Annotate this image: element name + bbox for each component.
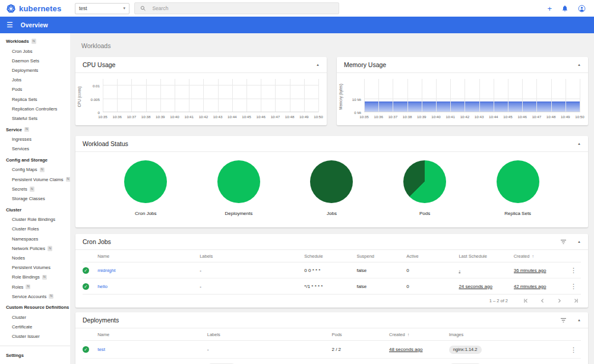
sidebar-item-config-maps[interactable]: Config MapsN xyxy=(0,165,70,175)
row-menu-button[interactable]: ⋮ xyxy=(566,267,581,273)
gridline xyxy=(232,79,233,112)
collapse-button[interactable]: ▲ xyxy=(577,63,581,67)
filter-button[interactable] xyxy=(560,318,567,323)
notifications-button[interactable] xyxy=(561,5,568,12)
sidebar-item-deployments[interactable]: Deployments xyxy=(0,65,70,75)
gridline xyxy=(103,112,318,112)
gridline xyxy=(247,79,247,112)
page-title: Workloads xyxy=(81,42,588,49)
sidebar-section-config-and-storage[interactable]: Config and Storage xyxy=(0,155,70,165)
sidebar-item-cluster[interactable]: Cluster xyxy=(0,312,70,322)
sidebar-item-nodes[interactable]: Nodes xyxy=(0,253,70,262)
chevron-right-icon xyxy=(557,298,562,303)
sidebar-item-services[interactable]: Services xyxy=(0,144,70,154)
x-tick-label: 10:43 xyxy=(213,115,222,119)
sidebar-section-service[interactable]: ServiceN xyxy=(0,125,70,135)
gridline xyxy=(422,79,422,112)
column-header-pods[interactable]: Pods xyxy=(331,328,388,341)
cell-images: nginx:1.14.2 xyxy=(449,359,566,364)
column-header-created[interactable]: Created↑ xyxy=(389,328,449,341)
pie-chart-pods: Pods xyxy=(403,160,446,216)
create-button[interactable]: + xyxy=(547,5,552,12)
next-page-button[interactable] xyxy=(557,298,562,303)
sidebar-item-settings[interactable]: Settings xyxy=(0,350,70,360)
cell-name: midnight xyxy=(97,262,200,278)
search-input[interactable] xyxy=(151,5,333,12)
cell-labels: - xyxy=(200,278,304,295)
cell-last-schedule: - xyxy=(459,262,513,278)
sidebar-item-role-bindings[interactable]: Role BindingsN xyxy=(0,273,70,282)
sidebar-item-persistent-volumes[interactable]: Persistent Volumes xyxy=(0,263,70,273)
collapse-button[interactable]: ▲ xyxy=(577,240,581,243)
sidebar-item-daemon-sets[interactable]: Daemon Sets xyxy=(0,56,70,65)
gridline xyxy=(146,79,147,112)
sidebar-item-label: Jobs xyxy=(12,77,21,83)
resource-link[interactable]: midnight xyxy=(97,268,115,273)
sidebar-item-cluster-roles[interactable]: Cluster Roles xyxy=(0,224,70,234)
prev-page-button[interactable] xyxy=(540,298,545,303)
sidebar-item-network-policies[interactable]: Network PoliciesN xyxy=(0,243,70,253)
sidebar-item-cluster-issuer[interactable]: Cluster Issuer xyxy=(0,332,70,341)
sidebar-item-cluster-role-bindings[interactable]: Cluster Role Bindings xyxy=(0,215,70,224)
last-page-button[interactable] xyxy=(573,298,579,303)
sidebar-item-about[interactable]: About xyxy=(0,362,70,364)
x-tick-label: 10:40 xyxy=(431,115,440,119)
collapse-button[interactable]: ▲ xyxy=(577,142,581,145)
first-page-button[interactable] xyxy=(523,298,529,303)
sidebar-item-replica-sets[interactable]: Replica Sets xyxy=(0,94,70,104)
column-header-labels[interactable]: Labels xyxy=(207,328,332,341)
namespaced-badge: N xyxy=(48,246,52,251)
sidebar-item-stateful-sets[interactable]: Stateful Sets xyxy=(0,113,70,123)
resource-link[interactable]: test xyxy=(97,347,105,352)
filter-button[interactable] xyxy=(560,239,567,245)
cell-suspend: false xyxy=(356,262,406,278)
main-content: Workloads CPU Usage ▲ CPU (cores) 10:351… xyxy=(70,33,594,364)
sidebar-item-label: Namespaces xyxy=(12,236,38,242)
sidebar-item-persistent-volume-claims[interactable]: Persistent Volume ClaimsN xyxy=(0,175,70,184)
sidebar-section-custom-resource-definitions[interactable]: Custom Resource Definitions xyxy=(0,302,70,312)
namespaced-badge: N xyxy=(26,284,30,290)
sidebar-item-label: Ingresses xyxy=(12,137,31,142)
sidebar-item-service-accounts[interactable]: Service AccountsN xyxy=(0,292,70,301)
kubernetes-logo[interactable]: kubernetes xyxy=(6,4,71,14)
sidebar-item-pods[interactable]: Pods xyxy=(0,85,70,94)
sidebar-section-cluster[interactable]: Cluster xyxy=(0,205,70,215)
sidebar-section-workloads[interactable]: WorkloadsN xyxy=(0,36,70,46)
sidebar-item-ingresses[interactable]: Ingresses xyxy=(0,135,70,144)
sidebar-item-storage-classes[interactable]: Storage Classes xyxy=(0,194,70,203)
row-menu-button[interactable]: ⋮ xyxy=(566,283,581,289)
sidebar-item-certificate[interactable]: Certificate xyxy=(0,322,70,332)
sidebar-item-replication-controllers[interactable]: Replication Controllers xyxy=(0,104,70,113)
resource-link[interactable]: hello xyxy=(97,284,108,289)
collapse-button[interactable]: ▲ xyxy=(316,63,320,67)
memory-usage-chart: Memory (bytes) 10:3510:3610:3710:3810:39… xyxy=(337,73,588,125)
sidebar-item-secrets[interactable]: SecretsN xyxy=(0,184,70,194)
column-header-active[interactable]: Active xyxy=(406,250,459,262)
gridline xyxy=(580,79,580,112)
collapse-button[interactable]: ▲ xyxy=(577,318,581,322)
column-header-schedule[interactable]: Schedule xyxy=(304,250,356,262)
chevron-left-icon xyxy=(540,298,545,303)
sidebar-item-namespaces[interactable]: Namespaces xyxy=(0,234,70,243)
cell-schedule: 0 0 * * * xyxy=(304,262,356,278)
pie-label: Cron Jobs xyxy=(135,211,156,216)
menu-toggle-button[interactable]: ☰ xyxy=(7,21,13,29)
column-header-created[interactable]: Created↑ xyxy=(514,250,566,262)
sidebar-item-cron-jobs[interactable]: Cron Jobs xyxy=(0,46,70,56)
column-header-name[interactable]: Name xyxy=(97,328,207,341)
namespace-selector[interactable]: test ▾ xyxy=(75,3,129,14)
gridline xyxy=(203,79,204,112)
column-header-images[interactable]: Images xyxy=(449,328,566,341)
sidebar-item-roles[interactable]: RolesN xyxy=(0,282,70,292)
column-header-labels[interactable]: Labels xyxy=(200,250,304,262)
row-menu-button[interactable]: ⋮ xyxy=(566,347,581,353)
dropdown-caret-icon: ▾ xyxy=(123,6,125,11)
column-header-last-schedule[interactable]: Last Schedule xyxy=(459,250,513,262)
column-header-name[interactable]: Name xyxy=(97,250,200,262)
sidebar-item-jobs[interactable]: Jobs xyxy=(0,75,70,85)
column-header-suspend[interactable]: Suspend xyxy=(356,250,406,262)
x-tick-label: 10:37 xyxy=(127,115,136,119)
namespaced-badge: N xyxy=(30,186,34,192)
account-button[interactable] xyxy=(578,5,586,12)
x-tick-label: 10:45 xyxy=(242,115,251,119)
